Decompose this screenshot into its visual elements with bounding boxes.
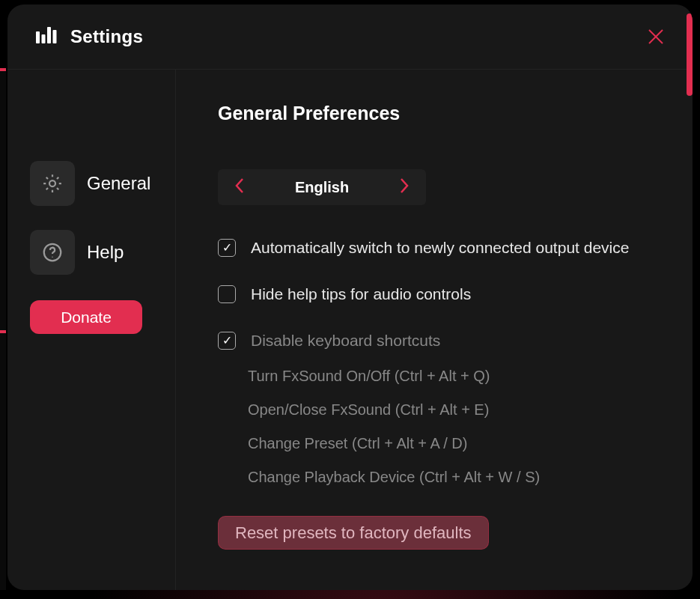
close-button[interactable] <box>645 25 667 48</box>
svg-point-6 <box>49 180 55 186</box>
sidebar-item-label: Help <box>87 242 124 263</box>
sidebar: General Help Donate <box>7 70 176 590</box>
svg-rect-2 <box>47 27 51 43</box>
svg-point-8 <box>52 257 53 258</box>
equalizer-icon <box>36 27 57 46</box>
scrollbar-thumb[interactable] <box>687 13 693 96</box>
sidebar-item-help[interactable]: Help <box>30 230 162 275</box>
donate-button[interactable]: Donate <box>30 300 142 334</box>
svg-rect-1 <box>42 34 46 43</box>
language-selector: English <box>218 169 426 205</box>
settings-dialog: Settings General Help Donate General Pre… <box>7 4 693 590</box>
svg-rect-3 <box>53 30 57 43</box>
hide-tips-label: Hide help tips for audio controls <box>251 285 471 303</box>
background-window-edge <box>0 68 6 590</box>
dialog-body: General Help Donate General Preferences … <box>7 69 693 590</box>
content-panel: General Preferences English Automaticall… <box>176 70 693 590</box>
language-value: English <box>295 179 349 196</box>
auto-switch-checkbox[interactable] <box>218 239 236 257</box>
shortcut-list: Turn FxSound On/Off (Ctrl + Alt + Q) Ope… <box>218 368 655 486</box>
hide-tips-checkbox[interactable] <box>218 285 236 303</box>
dialog-title: Settings <box>70 26 143 47</box>
shortcut-item: Change Preset (Ctrl + Alt + A / D) <box>248 435 655 452</box>
section-title: General Preferences <box>218 103 655 124</box>
chevron-left-icon[interactable] <box>234 177 245 197</box>
sidebar-item-label: General <box>87 173 150 194</box>
chevron-right-icon[interactable] <box>399 177 410 197</box>
disable-shortcuts-label: Disable keyboard shortcuts <box>251 332 440 350</box>
shortcut-item: Open/Close FxSound (Ctrl + Alt + E) <box>248 401 655 419</box>
svg-rect-0 <box>36 31 40 43</box>
help-icon <box>30 230 75 275</box>
disable-shortcuts-checkbox[interactable] <box>218 332 236 350</box>
auto-switch-row: Automatically switch to newly connected … <box>218 239 655 257</box>
auto-switch-label: Automatically switch to newly connected … <box>251 239 629 257</box>
gear-icon <box>30 161 75 206</box>
reset-presets-button[interactable]: Reset presets to factory defaults <box>218 516 489 550</box>
disable-shortcuts-row: Disable keyboard shortcuts <box>218 332 655 350</box>
shortcut-item: Change Playback Device (Ctrl + Alt + W /… <box>248 469 655 486</box>
sidebar-item-general[interactable]: General <box>30 161 162 206</box>
shortcut-item: Turn FxSound On/Off (Ctrl + Alt + Q) <box>248 368 655 385</box>
hide-tips-row: Hide help tips for audio controls <box>218 285 655 303</box>
dialog-header: Settings <box>7 4 693 69</box>
